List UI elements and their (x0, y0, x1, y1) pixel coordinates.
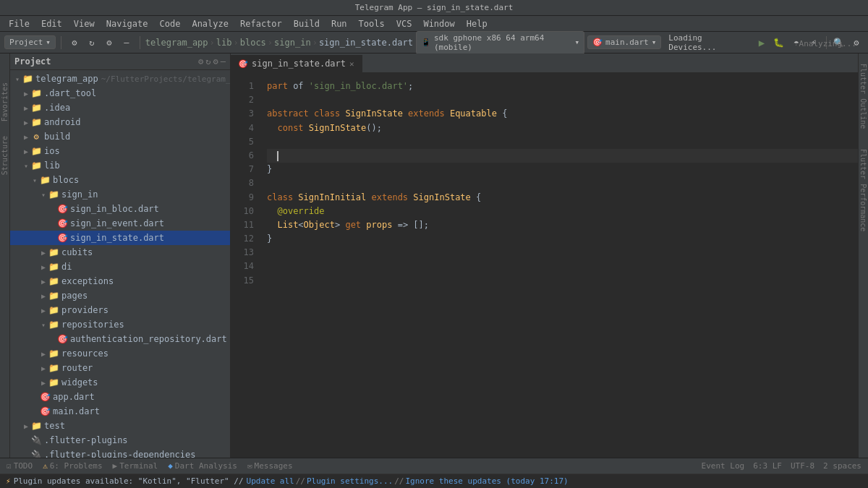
tab-close-button[interactable]: ✕ (349, 59, 354, 69)
menu-analyze[interactable]: Analyze (186, 17, 234, 30)
loading-indicator: Loading Devices... (664, 32, 752, 53)
tree-container[interactable]: ▾ 📁 telegram_app ~/FlutterProjects/teleg… (10, 70, 230, 458)
code-line: } (267, 232, 858, 246)
tree-label: di (61, 262, 72, 272)
tab-favorites[interactable]: Favorites (1, 82, 9, 121)
collapse-icon[interactable]: — (119, 35, 135, 51)
code-editor[interactable]: part of 'sign_in_bloc.dart'; abstract cl… (260, 74, 858, 458)
list-item[interactable]: ▶ 📁 resources (10, 346, 230, 361)
status-bar: ☑ TODO ⚠ 6: Problems ▶ Terminal ◆ Dart A… (0, 458, 868, 474)
todo-icon: ☑ (7, 461, 12, 471)
tree-arrow-icon: ▶ (39, 277, 48, 286)
breadcrumb-part1[interactable]: telegram_app (145, 38, 208, 48)
breadcrumb-part2[interactable]: lib (216, 38, 232, 48)
run-config-selector[interactable]: 🎯 main.dart ▾ (587, 35, 661, 49)
menu-view[interactable]: View (68, 17, 101, 30)
list-item[interactable]: 🎯 main.dart (10, 404, 230, 419)
sidebar-gear-icon[interactable]: ⚙ (213, 56, 218, 67)
sidebar-settings-icon[interactable]: ⚙ (198, 56, 203, 67)
menu-window[interactable]: Window (417, 17, 460, 30)
menu-navigate[interactable]: Navigate (101, 17, 154, 30)
folder-icon: 📁 (30, 160, 42, 171)
list-item[interactable]: ▶ 📁 providers (10, 303, 230, 317)
tree-label: repositories (61, 320, 124, 330)
menu-tools[interactable]: Tools (353, 17, 391, 30)
breadcrumb-part3[interactable]: blocs (240, 38, 266, 48)
menu-help[interactable]: Help (461, 17, 493, 30)
sync-icon[interactable]: ↻ (84, 35, 100, 51)
tree-label: sign_in_state.dart (70, 233, 164, 243)
menu-file[interactable]: File (3, 17, 35, 30)
tab-structure[interactable]: Structure (1, 136, 9, 175)
notif-update-all[interactable]: Update all (247, 476, 294, 486)
list-item[interactable]: ▾ 📁 sign_in (10, 187, 230, 202)
menu-refactor[interactable]: Refactor (234, 17, 288, 30)
notif-text: Plugin updates available: "Kotlin", "Flu… (14, 476, 244, 486)
list-item[interactable]: ▶ ⚙ build (10, 129, 230, 144)
menu-vcs[interactable]: VCS (391, 17, 418, 30)
list-item[interactable]: ▶ 📁 widgets (10, 375, 230, 390)
status-todo[interactable]: ☑ TODO (4, 461, 35, 471)
list-item[interactable]: ▶ 📁 cubits (10, 245, 230, 260)
dart-analysis-icon: ◆ (168, 461, 173, 471)
project-label: Project (9, 38, 43, 47)
list-item[interactable]: ▶ 📁 router (10, 361, 230, 375)
notif-plugin-settings[interactable]: Plugin settings... (307, 476, 393, 486)
list-item[interactable]: ▶ 📁 exceptions (10, 274, 230, 288)
tree-label: resources (61, 348, 109, 359)
tab-flutter-outline[interactable]: Flutter Outline (859, 61, 867, 132)
list-item[interactable]: ▶ 📁 pages (10, 288, 230, 303)
menu-code[interactable]: Code (154, 17, 187, 30)
settings2-icon[interactable]: ⚙ (101, 35, 117, 51)
list-item[interactable]: ▶ 📁 test (10, 419, 230, 433)
dart-analysis-label: Dart Analysis (175, 461, 237, 471)
code-line (267, 149, 858, 163)
status-messages[interactable]: ✉ Messages (245, 461, 295, 471)
list-item[interactable]: ▶ 📁 ios (10, 144, 230, 158)
menu-bar: File Edit View Navigate Code Analyze Ref… (0, 16, 868, 32)
run-button[interactable]: ▶ (754, 35, 769, 51)
list-item[interactable]: ▶ 📁 android (10, 115, 230, 129)
list-item[interactable]: 🎯 sign_in_bloc.dart (10, 202, 230, 216)
menu-build[interactable]: Build (288, 17, 326, 30)
project-dropdown[interactable]: Project ▾ (4, 35, 56, 49)
device-label: sdk gphone x86 64 arm64 (mobile) (434, 33, 571, 52)
list-item[interactable]: ▾ 📁 repositories (10, 317, 230, 332)
dart-file-icon: 🎯 (39, 406, 51, 417)
list-item[interactable]: ▾ 📁 lib (10, 158, 230, 173)
folder-icon: 📁 (30, 102, 42, 114)
list-item[interactable]: ▶ 📁 .idea (10, 100, 230, 115)
list-item[interactable]: ▶ 📁 di (10, 260, 230, 274)
list-item[interactable]: 🔌 .flutter-plugins-dependencies (10, 448, 230, 458)
tree-arrow-icon: ▾ (39, 320, 48, 329)
list-item[interactable]: 🎯 sign_in_event.dart (10, 216, 230, 231)
list-item[interactable]: 🎯 sign_in_state.dart (10, 231, 230, 245)
list-item[interactable]: ▾ 📁 blocs (10, 173, 230, 187)
indent-setting[interactable]: 2 spaces (821, 461, 864, 471)
list-item[interactable]: 🎯 authentication_repository.dart (10, 332, 230, 346)
tree-arrow-icon: ▶ (39, 364, 48, 372)
breadcrumb-part4[interactable]: sign_in (274, 38, 311, 48)
event-log[interactable]: Event Log (699, 461, 747, 471)
status-terminal[interactable]: ▶ Terminal (111, 461, 161, 471)
editor-tab[interactable]: 🎯 sign_in_state.dart ✕ (231, 55, 362, 74)
menu-edit[interactable]: Edit (35, 17, 68, 30)
list-item[interactable]: 🔌 .flutter-plugins (10, 433, 230, 448)
cursor-position[interactable]: 6:3 LF (751, 461, 784, 471)
breadcrumb-part5[interactable]: sign_in_state.dart (319, 38, 413, 48)
sidebar-sync-icon[interactable]: ↻ (205, 56, 210, 67)
file-encoding[interactable]: UTF-8 (788, 461, 817, 471)
status-problems[interactable]: ⚠ 6: Problems (41, 461, 104, 471)
sidebar-minimize-icon[interactable]: — (221, 56, 226, 67)
list-item[interactable]: ▶ 📁 .dart_tool (10, 86, 230, 100)
tab-flutter-performance[interactable]: Flutter Performance (859, 146, 867, 234)
list-item[interactable]: 🎯 app.dart (10, 390, 230, 404)
code-line (267, 274, 858, 288)
notif-ignore[interactable]: Ignore these updates (today 17:17) (405, 476, 568, 486)
list-item[interactable]: ▾ 📁 telegram_app ~/FlutterProjects/teleg… (10, 72, 230, 86)
device-selector[interactable]: 📱 sdk gphone x86 64 arm64 (mobile) ▾ (416, 31, 584, 54)
menu-run[interactable]: Run (326, 17, 353, 30)
status-dart-analysis[interactable]: ◆ Dart Analysis (166, 461, 239, 471)
debug-button[interactable]: 🐛 (772, 35, 786, 51)
settings-icon[interactable]: ⚙ (67, 35, 82, 51)
